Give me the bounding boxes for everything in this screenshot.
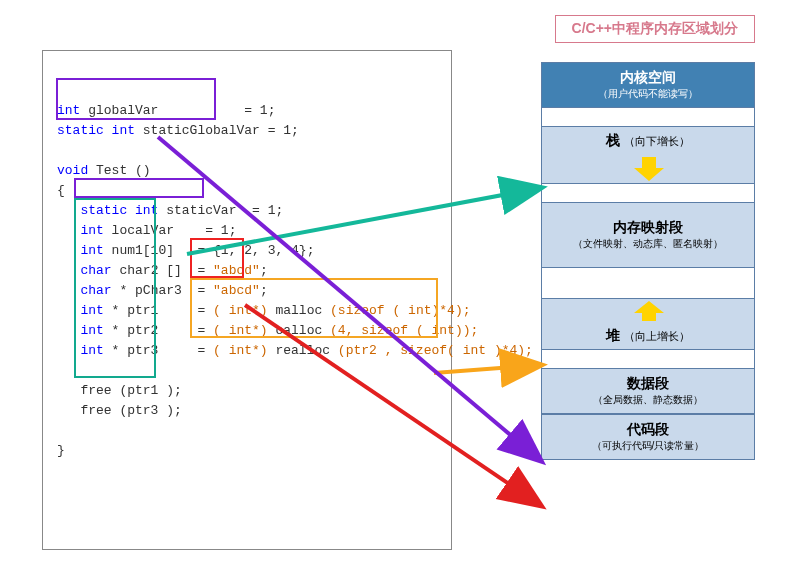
region-stack: 栈 （向下增长） (541, 126, 755, 154)
arrow-up-icon (634, 301, 664, 321)
semi: ; (260, 263, 268, 278)
var-num1: num1[10] (104, 243, 174, 258)
region-kernel-title: 内核空间 (542, 63, 754, 87)
gap-1 (541, 108, 755, 126)
region-mmap-title: 内存映射段 (542, 213, 754, 237)
memory-regions: 内核空间 （用户代码不能读写） 栈 （向下增长） 内存映射段 （文件映射、动态库… (541, 62, 755, 460)
var-char2: char2 [] (112, 263, 182, 278)
rest: = {1, 2, 3, 4}; (174, 243, 314, 258)
code-panel: int globalVar = 1; static int staticGlob… (42, 50, 452, 550)
kw-char-2: char (80, 283, 111, 298)
region-data: 数据段 （全局数据、静态数据） (541, 368, 755, 414)
region-text: 代码段 （可执行代码/只读常量） (541, 414, 755, 460)
args-3: (ptr2 , sizeof( int )*4); (338, 343, 533, 358)
gap-4 (541, 350, 755, 368)
var-globalVar: globalVar (80, 103, 158, 118)
region-heap-title: 堆 (606, 321, 620, 343)
rest: = 1; (174, 223, 236, 238)
cast-2: ( int*) (213, 323, 268, 338)
heap-arrow-cell (541, 298, 755, 322)
region-heap: 堆 （向上增长） (541, 322, 755, 350)
gap-2 (541, 184, 755, 202)
gap-3 (541, 268, 755, 298)
cast-1: ( int*) (213, 303, 268, 318)
region-stack-sub: （向下增长） (624, 135, 690, 153)
str-abcd-2: "abcd" (213, 283, 260, 298)
rest: = 1; (236, 203, 283, 218)
kw-static-int-2: static int (80, 203, 158, 218)
region-text-sub: （可执行代码/只读常量） (542, 439, 754, 459)
region-data-sub: （全局数据、静态数据） (542, 393, 754, 413)
region-text-title: 代码段 (542, 415, 754, 439)
free-ptr1: free (ptr1 ); (57, 383, 182, 398)
region-kernel: 内核空间 （用户代码不能读写） (541, 62, 755, 108)
region-stack-title: 栈 (606, 126, 620, 148)
var-ptr1: * ptr1 (104, 303, 159, 318)
semi: ; (260, 283, 268, 298)
var-ptr3: * ptr3 (104, 343, 159, 358)
region-mmap-sub: （文件映射、动态库、匿名映射） (542, 237, 754, 257)
kw-char: char (80, 263, 111, 278)
kw-int-4: int (80, 303, 103, 318)
diagram-title: C/C++中程序内存区域划分 (555, 15, 755, 43)
eq: = (182, 283, 213, 298)
kw-int-6: int (80, 343, 103, 358)
kw-int-5: int (80, 323, 103, 338)
code-listing: int globalVar = 1; static int staticGlob… (57, 81, 437, 519)
rest: = 1; (158, 103, 275, 118)
region-kernel-sub: （用户代码不能读写） (542, 87, 754, 107)
arrow-down-icon (634, 157, 664, 181)
rest: = 1; (260, 123, 299, 138)
args-2: (4, sizeof ( int)); (330, 323, 478, 338)
eq: = (158, 303, 213, 318)
eq: = (158, 343, 213, 358)
kw-int-2: int (80, 223, 103, 238)
var-pChar3: * pChar3 (112, 283, 182, 298)
region-heap-sub: （向上增长） (624, 330, 690, 348)
var-localVar: localVar (104, 223, 174, 238)
eq: = (158, 323, 213, 338)
fn-Test: Test () (88, 163, 150, 178)
stack-arrow-cell (541, 154, 755, 184)
brace-open: { (57, 183, 65, 198)
fn-calloc: calloc (268, 323, 330, 338)
var-staticGlobalVar: staticGlobalVar (135, 123, 260, 138)
str-abcd-1: "abcd" (213, 263, 260, 278)
var-ptr2: * ptr2 (104, 323, 159, 338)
free-ptr3: free (ptr3 ); (57, 403, 182, 418)
brace-close: } (57, 443, 65, 458)
kw-void: void (57, 163, 88, 178)
kw-int: int (57, 103, 80, 118)
eq: = (182, 263, 213, 278)
region-data-title: 数据段 (542, 369, 754, 393)
kw-int-3: int (80, 243, 103, 258)
args-1: (sizeof ( int)*4); (330, 303, 470, 318)
kw-static-int: static int (57, 123, 135, 138)
fn-realloc: realloc (268, 343, 338, 358)
var-staticVar: staticVar (158, 203, 236, 218)
fn-malloc: malloc (268, 303, 330, 318)
cast-3: ( int*) (213, 343, 268, 358)
region-mmap: 内存映射段 （文件映射、动态库、匿名映射） (541, 202, 755, 268)
